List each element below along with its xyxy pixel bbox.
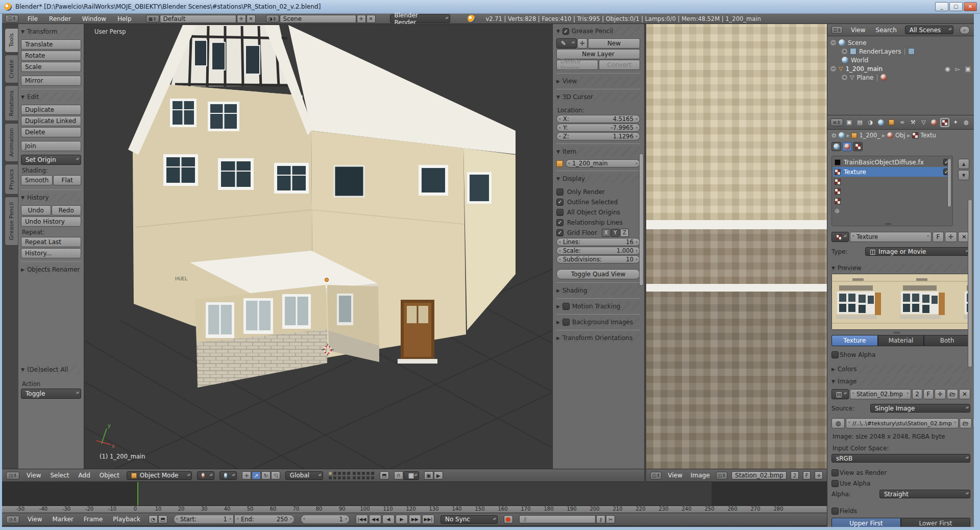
view3d-menu-object[interactable]: Object (97, 472, 121, 479)
browse-path-icon[interactable]: 🗁 (960, 418, 972, 428)
panel-motion-tracking[interactable]: ▶Motion Tracking (556, 302, 640, 311)
delete-button[interactable]: Delete (21, 127, 81, 137)
tab-animation[interactable]: Animation (5, 123, 18, 162)
timeline[interactable]: -50 -40 -30 -20 -10 0 10 20 30 40 50 60 … (2, 482, 827, 513)
translate-manipulator-icon[interactable]: ↗ (252, 471, 261, 479)
view3d-menu-view[interactable]: View (24, 472, 43, 479)
panel-colors[interactable]: ▶Colors (831, 365, 970, 374)
menu-render[interactable]: Render (47, 15, 73, 22)
translate-button[interactable]: Translate (21, 39, 81, 50)
grid-axis-y-toggle[interactable]: Y (611, 229, 620, 237)
panel-transform[interactable]: ▼Transform (21, 27, 81, 36)
panel-transform-orientations[interactable]: ▶Transform Orientations (556, 333, 640, 343)
keying-set-field[interactable]: ⚷ (519, 515, 596, 523)
manipulator-toggle-icon[interactable]: ✛ (242, 471, 251, 479)
outliner-filter-dropdown[interactable]: All Scenes (905, 26, 953, 34)
preview-texture-button[interactable]: Texture (831, 335, 878, 346)
tab-physics[interactable]: Physics (5, 164, 18, 195)
new-texture-button[interactable]: ✛ (945, 232, 957, 242)
end-frame-field[interactable]: End:250 (234, 515, 295, 524)
n-panel-scrollbar[interactable] (639, 153, 644, 286)
preview-both-button[interactable]: Both (924, 335, 970, 346)
tab-create[interactable]: Create (5, 55, 18, 83)
snap-magnet-icon[interactable]: ∩ (394, 471, 403, 479)
scale-button[interactable]: Scale (21, 62, 81, 72)
uv-image-users-button[interactable]: 2 (791, 471, 799, 479)
opengl-render-anim-icon[interactable]: ▶ (434, 471, 443, 479)
tab-grease-pencil[interactable]: Grease Pencil (5, 197, 18, 246)
scene-field[interactable]: Scene (280, 15, 356, 23)
menu-file[interactable]: File (26, 15, 40, 22)
image-fake-user-button[interactable]: F (923, 389, 934, 399)
modifiers-tab-icon[interactable]: ⚒ (909, 118, 918, 127)
item-name-field[interactable]: 1_200_main (566, 159, 640, 167)
crumb-material[interactable]: Obj (895, 132, 905, 139)
uv-menu-image[interactable]: Image (689, 472, 712, 479)
outliner-item-mesh[interactable]: + ▽ Plane | (830, 73, 971, 82)
current-frame-field[interactable]: 1 (301, 515, 350, 524)
selectable-cursor-icon[interactable]: ▻ (955, 65, 960, 73)
outliner-menu-view[interactable]: View (849, 27, 867, 34)
panel-display[interactable]: ▼Display (556, 174, 640, 183)
renderable-camera-icon[interactable]: ▣ (965, 65, 971, 73)
toggle-quad-view-button[interactable]: Toggle Quad View (556, 269, 640, 279)
tab-tools[interactable]: Tools (5, 28, 18, 53)
crumb-object[interactable]: 1_200_ (859, 132, 880, 139)
new-image-button[interactable]: ✛ (935, 389, 946, 399)
grid-floor-checkbox[interactable]: ✓Grid Floor X Y Z (556, 228, 640, 237)
repeat-last-button[interactable]: Repeat Last (21, 237, 81, 247)
image-name-field[interactable]: Station_02.bmp (850, 389, 911, 399)
texture-tab-icon[interactable] (940, 118, 949, 127)
minimize-button[interactable]: _ (935, 2, 948, 11)
timeline-menu-playback[interactable]: Playback (111, 516, 142, 523)
close-button[interactable]: ✕ (964, 2, 977, 11)
texture-slot-add[interactable]: ⊕ (833, 206, 951, 215)
scale-manipulator-icon[interactable]: ◹ (271, 471, 280, 479)
outliner-item-object[interactable]: − ▽ 1_200_main ◉ ▻ ▣ (830, 64, 971, 73)
redo-button[interactable]: Redo (52, 205, 82, 215)
outliner-menu-search[interactable]: Search (874, 27, 899, 34)
add-scene-button[interactable]: ✛ (357, 15, 366, 23)
expand-icon[interactable]: + (842, 49, 847, 54)
opengl-render-icon[interactable]: ▣ (424, 471, 433, 479)
texture-context-world-icon[interactable] (831, 142, 841, 151)
uv-fake-user-button[interactable]: F (803, 471, 811, 479)
uv-image-name-field[interactable]: Station_02.bmp (731, 471, 787, 479)
render-layers-tab-icon[interactable]: ▤ (855, 118, 864, 127)
fake-user-button[interactable]: F (933, 232, 944, 242)
preview-material-button[interactable]: Material (878, 335, 924, 346)
editor-type-info-icon[interactable]: ⓘ⇕ (5, 15, 18, 22)
timeline-menu-marker[interactable]: Marker (50, 516, 75, 523)
alpha-dropdown[interactable]: Straight (879, 490, 970, 498)
record-icon[interactable] (504, 515, 513, 523)
grid-axis-x-toggle[interactable]: X (602, 229, 610, 237)
sync-dropdown[interactable]: No Sync (440, 515, 498, 524)
relationship-lines-checkbox[interactable]: ✓Relationship Lines (556, 218, 640, 227)
panel-view[interactable]: ▶View (556, 77, 640, 86)
grid-lines-field[interactable]: Lines:16 (556, 238, 640, 246)
panel-objects-renamer[interactable]: ▶Objects Renamer (21, 265, 81, 274)
render-engine-dropdown[interactable]: Blender Render (390, 14, 450, 23)
scene-selector-icon[interactable]: ◑⇕ (266, 15, 279, 22)
maximize-button[interactable]: ▢ (949, 2, 963, 11)
gp-new-button[interactable]: New (588, 38, 640, 49)
texture-browse-icon[interactable] (831, 232, 849, 242)
visibility-eye-icon[interactable]: ◉ (945, 65, 950, 73)
uv-menu-view[interactable]: View (666, 472, 684, 479)
slot-move-up-button[interactable]: ▲ (958, 159, 969, 169)
cursor-y-field[interactable]: Y:-7.9965 (556, 124, 640, 132)
fields-checkbox[interactable]: Fields (831, 508, 970, 515)
delete-layout-button[interactable]: ✕ (247, 15, 256, 23)
duplicate-button[interactable]: Duplicate (21, 105, 81, 115)
outliner-item-renderlayers[interactable]: + RenderLayers | (830, 47, 971, 56)
panel-edit[interactable]: ▼Edit (21, 92, 81, 102)
editor-type-properties-icon[interactable]: ≡⇕ (830, 118, 843, 126)
texture-slot-row-selected[interactable]: Texture ✓ (833, 167, 951, 177)
outline-selected-checkbox[interactable]: ✓Outline Selected (556, 197, 640, 207)
lock-icon[interactable]: ⬒ (380, 471, 389, 479)
timeline-menu-view[interactable]: View (26, 516, 44, 523)
image-datablock-icon[interactable]: ◫⇕ (716, 472, 727, 479)
rotate-button[interactable]: Rotate (21, 51, 81, 61)
panel-deselect-all[interactable]: ▼(De)select All (21, 365, 81, 374)
jump-to-end-icon[interactable]: ▶▶| (422, 515, 434, 524)
